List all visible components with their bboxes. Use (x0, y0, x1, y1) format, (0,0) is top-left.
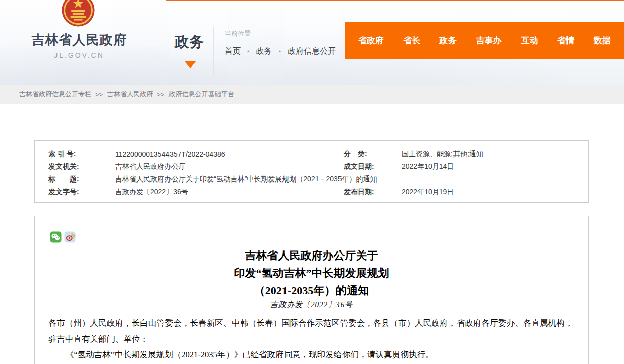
meta-agency-value: 吉林省人民政府办公厅 (115, 162, 344, 171)
meta-index-label: 索 引 号: (48, 150, 115, 159)
wechat-share-icon[interactable] (50, 231, 62, 243)
nav-item-province-gov[interactable]: 省政府 (358, 35, 384, 46)
meta-pub-date-value: 2022年10月19日 (402, 188, 588, 197)
meta-category-label: 分 类: (344, 150, 402, 159)
breadcrumb: 首页 • 政务 • 政府信息公开 (224, 46, 336, 57)
share-toolbar (50, 231, 76, 243)
weibo-share-icon[interactable] (64, 231, 76, 243)
breadcrumb-separator: • (247, 48, 250, 55)
platform-breadcrumb: 吉林省政府信息公开专栏 >> 吉林省人民政府 >> 政府信息公开基础平台 (0, 85, 624, 104)
document-paragraph: 《“氢动吉林”中长期发展规划（2021-2035年）》已经省政府同意，现印发给你… (48, 347, 573, 363)
nav-item-governor[interactable]: 省长 (403, 35, 420, 46)
document-paragraph: 各市（州）人民政府，长白山管委会，长春新区、中韩（长春）国际合作示范区管委会，各… (48, 315, 573, 347)
meta-written-date-label: 成文日期: (344, 162, 402, 171)
main-nav: 省政府 省长 政务 吉事办 互动 省情 数据 (345, 22, 624, 59)
platform-breadcrumb-separator: >> (157, 91, 164, 98)
nav-item-data[interactable]: 数据 (594, 35, 611, 46)
meta-index-value: 11220000013544357T/2022-04386 (115, 150, 344, 158)
breadcrumb-separator: • (279, 48, 281, 55)
site-header: 吉林省人民政府 JL.GOV.CN 政务 当前位置 首页 • 政务 • 政府信息… (0, 0, 624, 85)
top-accent-line (166, 0, 624, 1)
meta-pub-date-label: 发布日期: (344, 188, 402, 197)
meta-doc-no-value: 吉政办发〔2022〕36号 (115, 188, 344, 197)
breadcrumb-zhengwu[interactable]: 政务 (256, 46, 272, 57)
nav-item-interaction[interactable]: 互动 (521, 35, 538, 46)
document-number: 吉政办发〔2022〕36号 (35, 300, 588, 310)
document-content: 吉林省人民政府办公厅关于 印发“氢动吉林”中长期发展规划 （2021-2035年… (34, 216, 589, 364)
platform-breadcrumb-separator: >> (95, 91, 103, 98)
site-name: 吉林省人民政府 (19, 31, 139, 49)
meta-written-date-value: 2022年10月14日 (402, 162, 588, 171)
caret-down-icon (185, 61, 196, 68)
platform-breadcrumb-platform[interactable]: 政府信息公开基础平台 (168, 90, 234, 99)
meta-title-label: 标 题: (48, 175, 115, 184)
meta-category-value: 国土资源、能源;其他;通知 (402, 150, 588, 159)
breadcrumb-home[interactable]: 首页 (224, 46, 241, 57)
meta-title-value: 吉林省人民政府办公厅关于印发“氢动吉林”中长期发展规划（2021－2035年）的… (115, 175, 588, 184)
section-title: 政务 (175, 32, 204, 52)
document-title: 吉林省人民政府办公厅关于 印发“氢动吉林”中长期发展规划 （2021-2035年… (35, 247, 588, 299)
meta-row-title: 标 题: 吉林省人民政府办公厅关于印发“氢动吉林”中长期发展规划（2021－20… (35, 173, 588, 186)
site-domain: JL.GOV.CN (19, 51, 139, 59)
platform-breadcrumb-site[interactable]: 吉林省人民政府 (107, 90, 153, 99)
meta-doc-no-label: 发文字号: (48, 188, 115, 197)
document-title-line: 吉林省人民政府办公厅关于 (35, 247, 588, 264)
document-body: 各市（州）人民政府，长白山管委会，长春新区、中韩（长春）国际合作示范区管委会，各… (48, 315, 573, 363)
platform-breadcrumb-column[interactable]: 吉林省政府信息公开专栏 (19, 90, 91, 99)
meta-row-agency-date: 发文机关: 吉林省人民政府办公厅 成文日期: 2022年10月14日 (35, 160, 588, 173)
nav-item-province-profile[interactable]: 省情 (557, 35, 575, 46)
breadcrumb-gov-info[interactable]: 政府信息公开 (288, 46, 336, 57)
document-title-line: （2021-2035年）的通知 (35, 282, 588, 299)
national-emblem-icon (61, 0, 96, 28)
document-meta-table: 索 引 号: 11220000013544357T/2022-04386 分 类… (34, 140, 589, 203)
meta-row-index-category: 索 引 号: 11220000013544357T/2022-04386 分 类… (35, 148, 588, 160)
page: 吉林省人民政府 JL.GOV.CN 政务 当前位置 首页 • 政务 • 政府信息… (0, 0, 624, 364)
location-label: 当前位置 (224, 29, 251, 38)
meta-row-docno-pubdate: 发文字号: 吉政办发〔2022〕36号 发布日期: 2022年10月19日 (35, 186, 588, 198)
header-divider (213, 27, 214, 75)
document-title-line: 印发“氢动吉林”中长期发展规划 (35, 264, 588, 282)
meta-agency-label: 发文机关: (48, 162, 115, 171)
nav-item-jishiban[interactable]: 吉事办 (476, 35, 501, 46)
nav-item-affairs[interactable]: 政务 (439, 35, 457, 46)
